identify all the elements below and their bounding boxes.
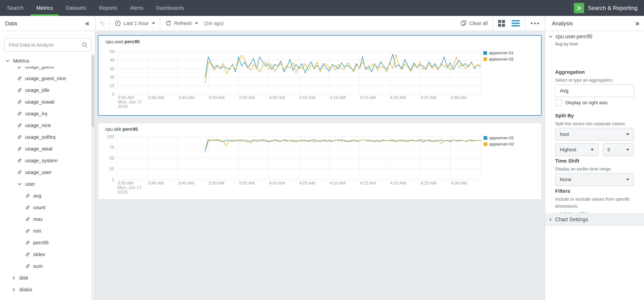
metric-ruler-icon: [25, 205, 30, 210]
tree-item-label: usage_user: [25, 169, 52, 175]
tree-item-label: usage_nice: [25, 122, 51, 128]
split-by-order-dropdown[interactable]: Highest: [555, 143, 598, 156]
refresh-button[interactable]: Refresh: [160, 16, 203, 31]
tree-metric-usage_steal[interactable]: usage_steal: [0, 143, 92, 155]
line-chart-cpu-user-perc95[interactable]: 010203040503:35 AMMon, Jun 1720193:40 AM…: [98, 36, 541, 115]
tree-metric-avg[interactable]: avg: [0, 190, 92, 202]
tree-group-user[interactable]: user: [0, 178, 92, 190]
tree-group-diskio[interactable]: diskio: [0, 284, 92, 296]
analysis-metric-name: cpu.user.perc95: [556, 33, 592, 39]
svg-text:Mon, Jun 17: Mon, Jun 17: [118, 100, 142, 104]
svg-text:0: 0: [112, 92, 114, 96]
svg-text:4:15 AM: 4:15 AM: [360, 95, 376, 100]
svg-text:4:10 AM: 4:10 AM: [330, 181, 346, 185]
tree-item-label: usage_guest: [25, 67, 54, 69]
tree-metric-usage_irq[interactable]: usage_irq: [0, 108, 92, 119]
tree-item-label: Metrics: [13, 58, 29, 64]
nav-item-search[interactable]: Search: [1, 0, 30, 16]
right-axis-checkbox[interactable]: [555, 99, 562, 106]
split-by-heading: Split By: [555, 113, 574, 118]
tree-metric-usage_guest[interactable]: usage_guest: [0, 67, 92, 73]
tree-item-label: avg: [33, 193, 41, 199]
aggregation-input[interactable]: [555, 84, 634, 97]
clock-icon: [115, 20, 121, 26]
clear-all-button[interactable]: Clear all: [455, 16, 493, 31]
time-range-button[interactable]: Last 1 hour: [110, 16, 160, 31]
tree-item-label: usage_idle: [25, 87, 50, 93]
search-icon: [81, 41, 88, 49]
charts-area: cpu.user.perc95 010203040503:35 AMMon, J…: [95, 31, 545, 300]
tree-metric-usage_softirq[interactable]: usage_softirq: [0, 131, 92, 143]
svg-text:appserver-01: appserver-01: [489, 135, 514, 140]
tree-metric-stdev[interactable]: stdev: [0, 249, 92, 260]
chevron-down-icon: [152, 22, 155, 24]
tree-metric-perc95[interactable]: perc95: [0, 237, 92, 249]
tree-metric-usage_iowait[interactable]: usage_iowait: [0, 96, 92, 108]
metrics-tree: Metricsusage_guestusage_guest_niceusage_…: [0, 55, 92, 296]
split-by-order-value: Highest: [560, 147, 576, 153]
tree-item-label: usage_system: [25, 158, 58, 163]
svg-text:75: 75: [109, 145, 114, 150]
app-brand[interactable]: > Search & Reporting: [574, 0, 644, 16]
tree-group-disk[interactable]: disk: [0, 272, 92, 284]
svg-text:2019: 2019: [118, 104, 128, 109]
svg-text:2019: 2019: [118, 190, 127, 194]
chart-card-cpu-user-perc95[interactable]: cpu.user.perc95 010203040503:35 AMMon, J…: [98, 35, 542, 116]
svg-text:appserver-02: appserver-02: [489, 142, 514, 146]
split-by-limit-dropdown[interactable]: 5: [603, 143, 634, 156]
time-shift-value: None: [560, 177, 572, 182]
svg-text:20: 20: [110, 75, 114, 80]
time-shift-dropdown[interactable]: None: [555, 173, 634, 186]
sidebar-scrollbar-thumb[interactable]: [92, 55, 94, 127]
tree-metric-min[interactable]: min: [0, 225, 92, 237]
svg-text:3:45 AM: 3:45 AM: [178, 95, 194, 100]
right-axis-row: Display on right axis: [555, 99, 608, 106]
nav-item-alerts[interactable]: Alerts: [124, 0, 150, 16]
chevron-down-icon: [195, 22, 198, 24]
sidebar-scrollbar[interactable]: [91, 54, 94, 300]
list-view-button[interactable]: [510, 16, 525, 31]
line-chart-cpu-idle-perc95[interactable]: 02550751003:35 AMMon, Jun 1720193:40 AM3…: [98, 123, 541, 199]
nav-item-datasets[interactable]: Datasets: [59, 0, 92, 16]
metric-ruler-icon: [25, 217, 30, 222]
grid-view-button[interactable]: [493, 16, 510, 31]
svg-text:50: 50: [109, 156, 114, 161]
tree-metric-usage_idle[interactable]: usage_idle: [0, 84, 92, 96]
filters-helper-line1: Include or exclude values from specific: [555, 197, 630, 202]
tree-metric-usage_system[interactable]: usage_system: [0, 155, 92, 166]
tree-metric-count[interactable]: count: [0, 202, 92, 213]
svg-text:4:10 AM: 4:10 AM: [330, 95, 346, 100]
analysis-metric-row[interactable]: cpu.user.perc95: [548, 33, 592, 39]
tree-item-label: usage_guest_nice: [25, 76, 66, 81]
nav-item-reports[interactable]: Reports: [92, 0, 124, 16]
svg-text:3:50 AM: 3:50 AM: [209, 95, 224, 100]
nav-item-metrics[interactable]: Metrics: [30, 0, 59, 16]
analysis-title: Analysis: [552, 20, 573, 27]
split-by-field-dropdown[interactable]: host: [555, 128, 634, 141]
search-input[interactable]: [4, 38, 92, 52]
svg-text:4:15 AM: 4:15 AM: [360, 181, 376, 185]
tree-metric-usage_guest_nice[interactable]: usage_guest_nice: [0, 73, 92, 84]
collapse-sidebar-icon[interactable]: «: [85, 19, 89, 27]
svg-text:3:40 AM: 3:40 AM: [148, 181, 164, 185]
chart-card-cpu-idle-perc95[interactable]: cpu.idle.perc95 02550751003:35 AMMon, Ju…: [98, 123, 542, 200]
chart-settings-toggle[interactable]: Chart Settings: [545, 213, 644, 226]
tree-metric-usage_nice[interactable]: usage_nice: [0, 119, 92, 131]
chart-settings-label: Chart Settings: [555, 217, 588, 223]
tree-item-label: max: [33, 216, 43, 222]
refresh-label: Refresh: [174, 20, 192, 26]
undo-button[interactable]: [95, 16, 109, 31]
nav-item-dashboards[interactable]: Dashboards: [150, 0, 190, 16]
svg-text:100: 100: [107, 134, 114, 139]
more-options-button[interactable]: [525, 22, 545, 24]
tree-item-label: usage_iowait: [25, 99, 54, 105]
collapse-analysis-icon[interactable]: »: [636, 19, 639, 27]
svg-text:4:25 AM: 4:25 AM: [420, 95, 436, 100]
svg-text:4:25 AM: 4:25 AM: [420, 181, 436, 185]
tree-metric-usage_user[interactable]: usage_user: [0, 166, 92, 178]
tree-metric-max[interactable]: max: [0, 213, 92, 225]
svg-text:4:30 AM: 4:30 AM: [451, 95, 466, 100]
tree-group-Metrics[interactable]: Metrics: [0, 55, 92, 67]
tree-metric-sum[interactable]: sum: [0, 260, 92, 272]
metric-ruler-icon: [17, 158, 22, 163]
